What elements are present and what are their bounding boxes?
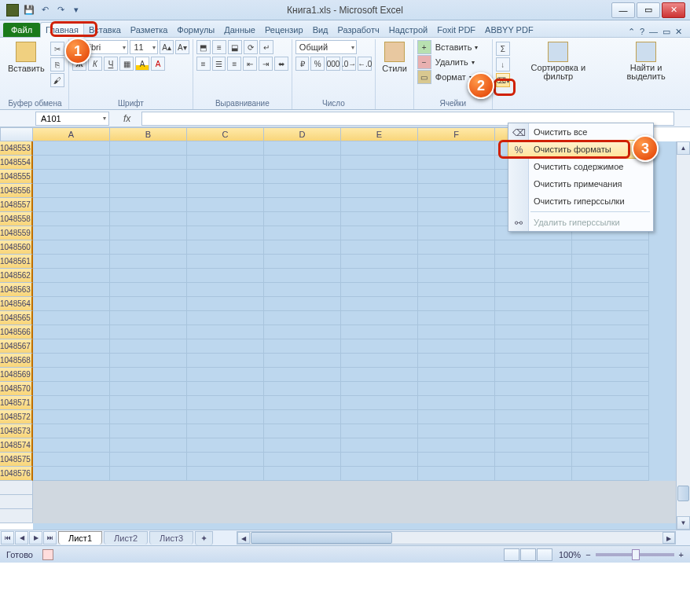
cell[interactable] — [418, 212, 495, 226]
cell[interactable] — [572, 382, 649, 396]
cell[interactable] — [187, 382, 264, 396]
cell[interactable] — [33, 283, 110, 297]
tab-developer[interactable]: Разработч — [333, 23, 384, 37]
cell[interactable] — [341, 141, 418, 156]
zoom-slider[interactable] — [596, 553, 674, 556]
cell[interactable] — [418, 297, 495, 311]
tab-formulas[interactable]: Формулы — [172, 23, 219, 37]
cell[interactable] — [110, 269, 187, 283]
cell[interactable] — [33, 354, 110, 368]
align-left-icon[interactable]: ≡ — [196, 57, 211, 71]
cell[interactable] — [572, 396, 649, 410]
row-header[interactable]: 1048557 — [0, 198, 33, 212]
cell[interactable] — [341, 283, 418, 297]
undo-icon[interactable]: ↶ — [38, 3, 52, 17]
cell[interactable] — [495, 311, 572, 325]
scroll-down-icon[interactable]: ▼ — [677, 516, 690, 530]
cell[interactable] — [187, 212, 264, 226]
tab-layout[interactable]: Разметка — [126, 23, 173, 37]
merge-icon[interactable]: ⬌ — [274, 57, 288, 71]
cell[interactable] — [110, 396, 187, 410]
row-header[interactable]: 1048564 — [0, 297, 33, 311]
number-format-combo[interactable]: Общий — [295, 40, 357, 54]
sheet-tab-3[interactable]: Лист3 — [149, 531, 193, 544]
border-icon[interactable]: ▦ — [119, 57, 134, 71]
cell[interactable] — [33, 269, 110, 283]
cell[interactable] — [341, 368, 418, 382]
cell[interactable] — [495, 382, 572, 396]
cell[interactable] — [33, 184, 110, 198]
cell[interactable] — [264, 240, 341, 255]
row-header[interactable]: 1048559 — [0, 226, 33, 240]
cells-delete-button[interactable]: −Удалить▾ — [417, 55, 489, 69]
cell[interactable] — [110, 368, 187, 382]
row-header[interactable]: 1048558 — [0, 212, 33, 226]
tab-insert[interactable]: Вставка — [84, 23, 126, 37]
cell[interactable] — [572, 240, 649, 255]
cell[interactable] — [264, 184, 341, 198]
scroll-left-icon[interactable]: ◀ — [237, 532, 250, 544]
tab-file[interactable]: Файл — [3, 23, 40, 37]
cell[interactable] — [33, 311, 110, 325]
cell[interactable] — [110, 311, 187, 325]
cell[interactable] — [495, 240, 572, 255]
cell[interactable] — [264, 396, 341, 410]
sheet-tab-1[interactable]: Лист1 — [58, 531, 102, 544]
decrease-font-icon[interactable]: A▾ — [175, 40, 189, 54]
cell[interactable] — [264, 453, 341, 467]
cell[interactable] — [418, 325, 495, 339]
cell[interactable] — [187, 269, 264, 283]
cell[interactable] — [572, 325, 649, 339]
minimize-button[interactable]: — — [611, 2, 635, 18]
row-header[interactable]: 1048554 — [0, 156, 33, 170]
cell[interactable] — [33, 410, 110, 424]
cell[interactable] — [264, 156, 341, 170]
cell[interactable] — [572, 424, 649, 438]
cell[interactable] — [418, 184, 495, 198]
cell[interactable] — [110, 354, 187, 368]
cell[interactable] — [418, 424, 495, 438]
name-box[interactable]: A101 — [35, 112, 109, 126]
cell[interactable] — [33, 438, 110, 453]
cell[interactable] — [572, 368, 649, 382]
horizontal-scrollbar[interactable]: ◀ ▶ — [237, 531, 676, 544]
row-header[interactable]: 1048556 — [0, 184, 33, 198]
cell[interactable] — [264, 325, 341, 339]
cell[interactable] — [341, 410, 418, 424]
underline-button[interactable]: Ч — [104, 57, 118, 71]
cell[interactable] — [264, 467, 341, 481]
cell[interactable] — [495, 269, 572, 283]
cell[interactable] — [572, 453, 649, 467]
cell[interactable] — [187, 311, 264, 325]
font-size-combo[interactable]: 11 — [130, 40, 158, 54]
cell[interactable] — [418, 170, 495, 184]
cell[interactable] — [418, 156, 495, 170]
cell[interactable] — [341, 467, 418, 481]
cell[interactable] — [110, 255, 187, 269]
tab-review[interactable]: Рецензир — [260, 23, 308, 37]
cell[interactable] — [572, 283, 649, 297]
cell[interactable] — [33, 255, 110, 269]
cell[interactable] — [110, 325, 187, 339]
cell[interactable] — [33, 226, 110, 240]
hscroll-thumb[interactable] — [251, 532, 392, 544]
cell[interactable] — [341, 311, 418, 325]
scroll-thumb[interactable] — [677, 486, 689, 501]
cell[interactable] — [187, 325, 264, 339]
indent-dec-icon[interactable]: ⇤ — [243, 57, 257, 71]
tab-view[interactable]: Вид — [308, 23, 333, 37]
italic-button[interactable]: К — [88, 57, 102, 71]
tab-home[interactable]: Главная — [40, 22, 84, 38]
cell[interactable] — [418, 467, 495, 481]
view-normal-icon[interactable] — [504, 548, 519, 561]
col-header[interactable]: E — [341, 127, 418, 141]
cell[interactable] — [187, 198, 264, 212]
cell[interactable] — [264, 339, 341, 354]
cell[interactable] — [264, 382, 341, 396]
menu-clear-comments[interactable]: Очистить примечания — [508, 175, 653, 192]
find-select-button[interactable]: Найти и выделить — [607, 40, 685, 107]
col-header[interactable]: D — [264, 127, 341, 141]
tab-abbyy[interactable]: ABBYY PDF — [480, 23, 538, 37]
cell[interactable] — [264, 255, 341, 269]
align-center-icon[interactable]: ☰ — [212, 57, 226, 71]
